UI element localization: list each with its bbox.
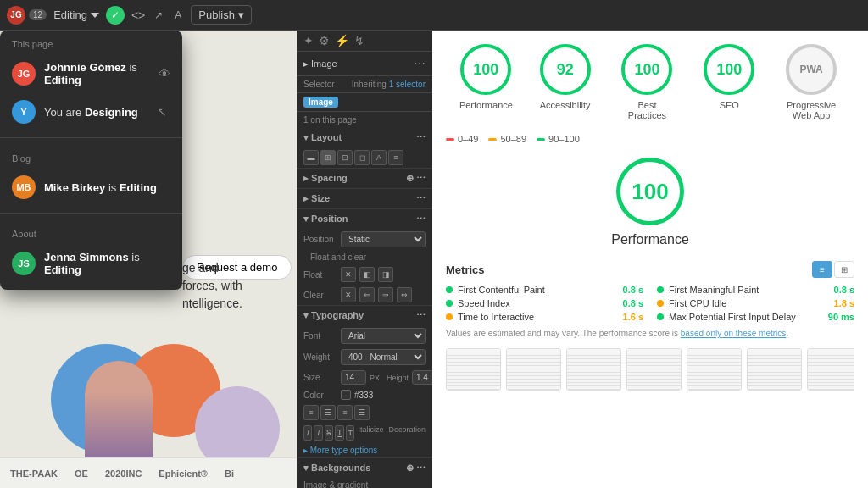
font-select[interactable]: Arial [341,328,426,344]
metric-name-mpfid: Max Potential First Input Delay [669,312,823,322]
metrics-view-buttons: ≡ ⊞ [812,261,854,278]
metric-name-tti: Time to Interactive [458,312,618,322]
inheriting-label: Inheriting 1 selector [352,80,426,89]
clear-both-btn[interactable]: ⇔ [397,287,412,302]
metrics-list-view-btn[interactable]: ≡ [812,261,832,278]
user-jenna[interactable]: JS Jenna Simmons is Editing [0,244,182,283]
float-label: Float [303,270,337,280]
gear-icon[interactable]: ⚙ [319,34,330,47]
publish-button[interactable]: Publish ▾ [191,5,252,25]
display-grid-btn[interactable]: ⊟ [337,150,353,165]
metric-dot-si [446,300,453,307]
lightning-icon[interactable]: ↯ [354,34,364,47]
backgrounds-section-header[interactable]: ▾ Backgrounds ⊕ ⋯ [297,458,432,478]
decoration-label: Decoration [388,425,426,441]
image-tag: Image [303,97,338,108]
metric-value-tti: 1.6 s [623,312,643,322]
px-unit: PX [370,374,380,382]
hero-text-1: ge and [182,259,242,277]
text-transform-btn[interactable]: T [346,425,354,441]
size-section-header[interactable]: ▸ Size ⋯ [297,189,432,208]
share-button[interactable]: ↗ [152,7,165,24]
user-you[interactable]: Y You are Designing ↖ [0,93,182,130]
legend-label-orange: 50–89 [500,134,526,144]
user-mike[interactable]: MB Mike Birkey is Editing [0,169,182,206]
italic2-btn[interactable]: I [314,425,322,441]
metric-fcp: First Contentful Paint 0.8 s [446,285,643,295]
clear-row: Clear ✕ ⇐ ⇒ ⇔ [297,285,432,305]
hero-text-2: forces, with [182,277,242,295]
typography-section-header[interactable]: ▾ Typography ⋯ [297,306,432,325]
status-check-icon: ✓ [106,6,125,25]
metric-dot-fci [657,300,664,307]
clear-none-btn[interactable]: ✕ [341,287,356,302]
backgrounds-section: ▾ Backgrounds ⊕ ⋯ Image & gradient Color… [297,458,432,488]
display-none-btn[interactable]: ◻ [354,150,370,165]
line-height-input[interactable] [412,370,432,385]
legend-dot-orange [488,138,497,141]
position-select[interactable]: Static Relative Absolute [341,231,426,247]
display-inline2-btn[interactable]: ≡ [388,150,403,165]
image-label: ▸ Image [303,58,337,69]
italic-btn[interactable]: I [303,425,312,441]
display-block-btn[interactable]: ▬ [303,150,319,165]
metrics-grid-view-btn[interactable]: ⊞ [834,261,854,278]
metric-tti: Time to Interactive 1.6 s [446,312,643,322]
font-size-input[interactable] [341,370,366,385]
score-label-seo: SEO [720,100,739,110]
metric-value-fmp: 0.8 s [834,285,854,295]
underline-btn[interactable]: T̲ [335,425,343,441]
float-none-btn[interactable]: ✕ [341,267,356,282]
user-status-jenna: Jenna Simmons is Editing [44,251,170,276]
clear-right-btn[interactable]: ⇒ [378,287,393,302]
align-left-btn[interactable]: ≡ [303,405,319,420]
score-accessibility: 92 Accessibility [540,44,591,120]
brand-ephicient: Ephicient® [159,469,208,479]
font-button[interactable]: A [172,7,184,24]
clear-left-btn[interactable]: ⇐ [359,287,375,302]
strikethrough-btn[interactable]: S̶ [325,425,333,441]
big-score-circle: 100 [616,158,684,225]
layout-section-header[interactable]: ▾ Layout ⋯ [297,128,432,147]
legend-red: 0–49 [446,134,478,144]
expand-icon[interactable]: ⋯ [414,57,426,70]
display-flex-btn[interactable]: ⊞ [320,150,336,165]
arrow-icon[interactable]: ✦ [303,34,314,47]
layout-expand-icon: ⋯ [416,132,426,143]
thumbnail-4 [626,348,682,391]
hero-text-3: ntelligence. [182,295,242,313]
display-inline-btn[interactable]: A [371,150,387,165]
size-height-row: Size PX Height [297,368,432,387]
align-right-btn[interactable]: ≡ [337,405,353,420]
user-status-johnnie: Johnnie Gómez is Editing [44,61,150,86]
metric-fmp: First Meaningful Paint 0.8 s [657,285,854,295]
more-type-options-btn[interactable]: ▸ More type options [297,443,432,458]
spacing-icons: ⊕ ⋯ [406,173,426,184]
code-toggle-button[interactable]: <> [131,8,145,22]
bg-gradient-label: Image & gradient [303,480,368,488]
position-section-header[interactable]: ▾ Position ⋯ [297,209,432,229]
legend-green: 90–100 [537,134,580,144]
metric-dot-mpfid [657,313,664,320]
score-label-performance: Performance [459,100,513,110]
sliders-icon[interactable]: ⚡ [335,34,349,47]
metric-name-fcp: First Contentful Paint [458,285,618,295]
float-right-btn[interactable]: ◨ [378,267,393,282]
size-label: Size [303,373,337,382]
score-label-pwa: Progressive Web App [782,100,841,120]
bg-icons: ⊕ ⋯ [406,463,426,474]
weight-select[interactable]: 400 - Normal [341,349,426,365]
selector-label: Selector [303,80,335,89]
color-swatch[interactable] [341,390,351,400]
float-left-btn[interactable]: ◧ [359,267,375,282]
align-center-btn[interactable]: ☰ [320,405,336,420]
align-justify-btn[interactable]: ☰ [354,405,370,420]
user-johnnie[interactable]: JG Johnnie Gómez is Editing 👁 [0,54,182,93]
spacing-section-header[interactable]: ▸ Spacing ⊕ ⋯ [297,169,432,188]
metric-name-fci: First CPU Idle [669,298,829,308]
person-image [85,361,153,463]
editing-mode-button[interactable]: Editing [53,8,99,21]
thumbnail-2 [506,348,561,391]
metrics-note-link[interactable]: based only on these metrics [681,329,787,338]
score-label-accessibility: Accessibility [540,100,591,110]
